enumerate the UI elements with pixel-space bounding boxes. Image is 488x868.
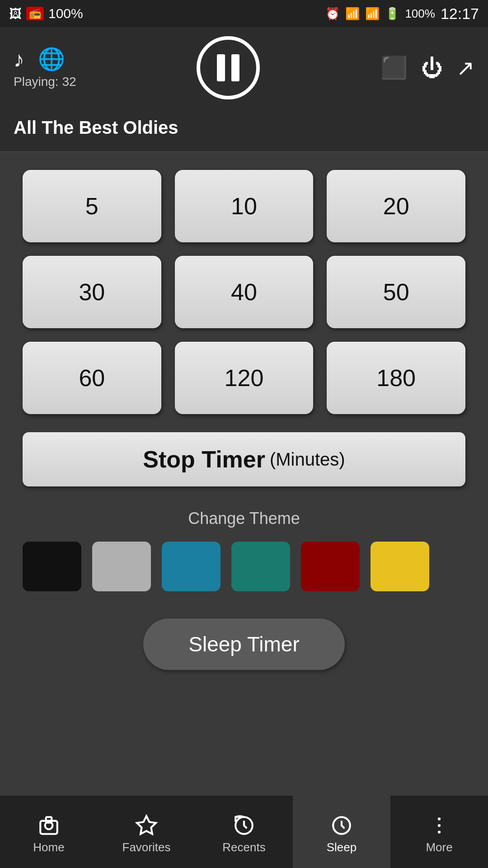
timer-btn-50[interactable]: 50 [327, 256, 465, 328]
player-icons: ♪ 🌐 [14, 47, 65, 72]
timer-btn-30[interactable]: 30 [23, 256, 161, 328]
theme-red[interactable] [301, 542, 360, 591]
stop-timer-label: Stop Timer [143, 446, 265, 473]
more-icon [428, 814, 450, 837]
status-right: ⏰ 📶 📶 🔋 100% 12:17 [325, 5, 479, 23]
nav-item-favorites[interactable]: Favorites [98, 796, 195, 868]
nav-label-home: Home [33, 840, 64, 854]
timer-btn-180[interactable]: 180 [327, 342, 465, 414]
station-name: All The Best Oldies [0, 108, 488, 152]
time-display: 12:17 [441, 5, 479, 23]
alarm-icon: ⏰ [325, 7, 340, 21]
nav-label-more: More [426, 840, 452, 854]
sleep-timer-section: Sleep Timer [23, 618, 465, 670]
theme-black[interactable] [23, 542, 81, 591]
player-bar: ♪ 🌐 Playing: 32 ⬛ ⏻ ↗ [0, 27, 488, 108]
svg-point-6 [438, 817, 441, 820]
music-icon[interactable]: ♪ [14, 47, 24, 72]
theme-teal-green[interactable] [231, 542, 290, 591]
battery-percent: 100% [405, 7, 435, 21]
bottom-nav: Home Favorites Recents Sleep More [0, 796, 488, 868]
timer-btn-40[interactable]: 40 [175, 256, 314, 328]
recents-icon [233, 814, 255, 837]
nav-item-more[interactable]: More [390, 796, 488, 868]
nav-label-recents: Recents [222, 840, 265, 854]
nav-item-recents[interactable]: Recents [195, 796, 293, 868]
signal-icon: 📶 [365, 7, 380, 21]
stop-timer-button[interactable]: Stop Timer (Minutes) [23, 432, 465, 486]
pause-icon [217, 54, 239, 81]
stop-timer-subtitle: (Minutes) [270, 449, 345, 470]
nav-item-home[interactable]: Home [0, 796, 98, 868]
power-icon[interactable]: ⏻ [421, 56, 443, 80]
nav-label-sleep: Sleep [327, 840, 357, 854]
status-left: 🖼 📻 100% [9, 6, 83, 21]
svg-marker-3 [137, 816, 156, 834]
timer-btn-5[interactable]: 5 [23, 170, 161, 242]
timer-grid: 5 10 20 30 40 50 60 120 180 [23, 170, 465, 414]
timer-btn-20[interactable]: 20 [327, 170, 465, 242]
sleep-icon [330, 814, 353, 837]
globe-icon[interactable]: 🌐 [38, 47, 65, 72]
nav-label-favorites: Favorites [122, 840, 171, 854]
nav-item-sleep[interactable]: Sleep [293, 796, 390, 868]
battery-count: 100% [48, 6, 83, 21]
timer-btn-120[interactable]: 120 [175, 342, 314, 414]
wifi-icon: 📶 [345, 7, 360, 21]
timer-btn-10[interactable]: 10 [175, 170, 314, 242]
stop-icon[interactable]: ⬛ [380, 55, 408, 80]
theme-yellow[interactable] [371, 542, 429, 591]
favorites-icon [135, 814, 158, 837]
svg-point-8 [438, 830, 441, 833]
home-icon [38, 814, 60, 837]
svg-point-7 [438, 824, 441, 826]
theme-gray[interactable] [92, 542, 151, 591]
app-icon: 📻 [26, 7, 44, 20]
photo-icon: 🖼 [9, 6, 22, 21]
share-icon[interactable]: ↗ [456, 55, 474, 80]
player-left: ♪ 🌐 Playing: 32 [14, 47, 76, 89]
change-theme-label: Change Theme [23, 509, 465, 528]
timer-btn-60[interactable]: 60 [23, 342, 161, 414]
main-content: 5 10 20 30 40 50 60 120 180 Stop Timer (… [0, 152, 488, 688]
theme-color-swatches [23, 542, 465, 591]
playing-text: Playing: 32 [14, 75, 76, 89]
sleep-timer-button[interactable]: Sleep Timer [143, 618, 344, 670]
pause-button[interactable] [197, 36, 260, 99]
player-controls-right: ⬛ ⏻ ↗ [380, 55, 474, 80]
battery-icon: 🔋 [385, 7, 399, 21]
status-bar: 🖼 📻 100% ⏰ 📶 📶 🔋 100% 12:17 [0, 0, 488, 27]
theme-teal-blue[interactable] [162, 542, 221, 591]
